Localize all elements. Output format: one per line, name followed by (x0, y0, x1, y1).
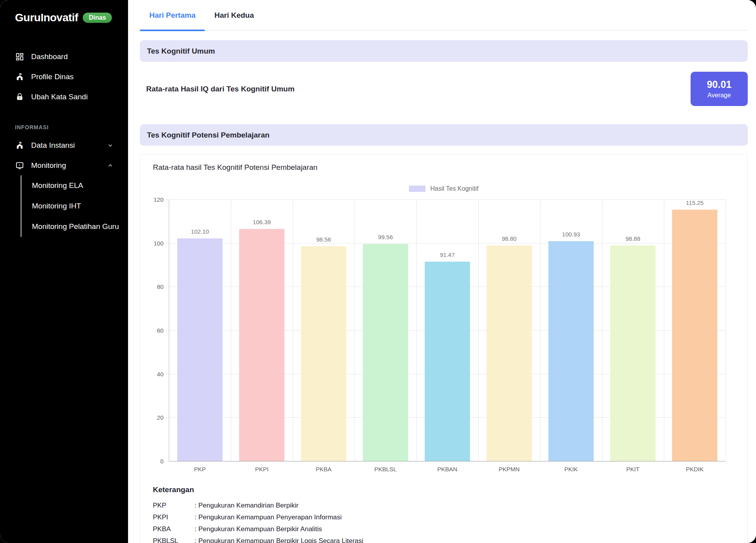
y-axis-label: 20 (157, 414, 163, 421)
chevron-up-icon (107, 162, 113, 169)
chevron-down-icon (107, 142, 113, 149)
sidebar-item-monitoring-ela[interactable]: Monitoring ELA (22, 175, 128, 196)
bar-pkpi[interactable] (239, 229, 284, 461)
sidebar: GuruInovatif Dinas Dashboard (0, 0, 128, 543)
keterangan-description: : Pengukuran Kemampuan Berpikir Logis Se… (195, 537, 363, 543)
school-building-icon (15, 72, 24, 82)
y-axis-tick (166, 330, 169, 331)
sidebar-item-profile-dinas[interactable]: Profile Dinas (0, 67, 128, 87)
gridline-vertical (293, 199, 293, 461)
banner-tes-kognitif-potensi: Tes Kognitif Potensi Pembelajaran (140, 124, 748, 146)
sidebar-item-label: Monitoring ELA (32, 181, 83, 190)
x-axis-label: PKP (194, 466, 206, 472)
x-axis-label: PKDIK (686, 466, 704, 472)
bar-value-label: 115.25 (686, 199, 704, 206)
average-score-value: 90.01 (707, 79, 732, 90)
gridline-vertical (355, 199, 355, 461)
y-axis-tick (166, 286, 169, 287)
y-axis-label: 120 (154, 196, 163, 203)
bar-pkit[interactable] (610, 245, 656, 461)
tab-hari-pertama[interactable]: Hari Pertama (140, 0, 205, 30)
bar-value-label: 102.10 (191, 228, 209, 235)
bar-value-label: 100.93 (562, 231, 580, 238)
monitor-icon (15, 161, 24, 170)
lock-icon (15, 92, 24, 102)
bar-value-label: 98.56 (316, 236, 331, 243)
gridline-vertical (169, 199, 169, 461)
x-axis-label: PKIK (564, 466, 578, 472)
gridline-vertical (478, 199, 479, 461)
keterangan-row: PKBA: Pengukuran Kemampuan Berpikir Anal… (153, 523, 732, 535)
x-axis-label: PKPMN (499, 466, 520, 472)
app-window: GuruInovatif Dinas Dashboard (0, 0, 756, 543)
keterangan-term: PKPI (153, 513, 195, 521)
sidebar-item-label: Ubah Kata Sandi (31, 93, 88, 101)
logo-row: GuruInovatif Dinas (0, 8, 128, 28)
x-axis-label: PKBAN (437, 466, 457, 472)
keterangan-list: PKP: Pengukuran Kemandirian BerpikirPKPI… (153, 500, 732, 543)
bar-pkban[interactable] (425, 262, 470, 461)
y-axis-tick (166, 461, 169, 461)
iq-average-row: Rata-rata Hasil IQ dari Tes Kognitif Umu… (140, 72, 748, 106)
bar-value-label: 98.80 (502, 235, 517, 242)
sidebar-nav: Dashboard Profile Dinas (0, 46, 128, 237)
gridline-vertical (416, 199, 417, 461)
keterangan-description: : Pengukuran Kemandirian Berpikir (195, 502, 299, 510)
sidebar-item-monitoring-iht[interactable]: Monitoring IHT (22, 196, 128, 216)
sidebar-item-monitoring[interactable]: Monitoring (0, 155, 128, 175)
sidebar-item-label: Profile Dinas (31, 73, 74, 81)
gridline-vertical (726, 199, 726, 461)
keterangan-term: PKBLSL (153, 537, 195, 543)
y-axis-label: 80 (157, 283, 163, 290)
dinas-badge: Dinas (83, 13, 112, 23)
average-score-card: 90.01 Average (691, 72, 748, 106)
bar-pkblsl[interactable] (363, 244, 408, 461)
bar-pkba[interactable] (301, 246, 346, 461)
y-axis-label: 40 (157, 370, 163, 377)
average-score-caption: Average (708, 92, 731, 99)
banner-tes-kognitif-umum: Tes Kognitif Umum (140, 40, 748, 62)
gridline-vertical (540, 199, 541, 461)
monitoring-submenu: Monitoring ELA Monitoring IHT Monitoring… (20, 175, 128, 237)
legend-swatch (409, 186, 425, 192)
sidebar-item-ubah-kata-sandi[interactable]: Ubah Kata Sandi (0, 87, 128, 107)
keterangan-section: Keterangan PKP: Pengukuran Kemandirian B… (153, 485, 732, 543)
dashboard-grid-icon (15, 52, 24, 61)
app-logo: GuruInovatif (15, 11, 78, 24)
bar-value-label: 99.56 (378, 234, 393, 240)
sidebar-item-label: Monitoring Pelatihan Guru (32, 222, 119, 231)
x-axis-label: PKPI (255, 466, 268, 472)
sidebar-item-label: Dashboard (31, 52, 68, 61)
gridline (169, 199, 726, 200)
sidebar-item-label: Data Instansi (31, 141, 75, 150)
x-axis-label: PKBA (316, 466, 331, 472)
sidebar-item-data-instansi[interactable]: Data Instansi (0, 135, 128, 155)
plot-area: 020406080100120102.10PKP106.39PKPI98.56P… (169, 199, 726, 461)
keterangan-description: : Pengukuran Kemampuan Penyerapan Inform… (195, 513, 342, 521)
bar-pkik[interactable] (548, 241, 594, 461)
bar-value-label: 91.47 (440, 251, 455, 258)
chart-card: Rata-rata hasil Tes Kognitif Potensi Pem… (140, 154, 748, 543)
sidebar-item-dashboard[interactable]: Dashboard (0, 46, 128, 67)
y-axis-label: 0 (160, 458, 163, 465)
keterangan-row: PKP: Pengukuran Kemandirian Berpikir (153, 500, 732, 511)
y-axis-tick (166, 243, 169, 244)
y-axis-label: 100 (154, 240, 163, 246)
bar-pkpmn[interactable] (487, 245, 532, 461)
keterangan-description: : Pengukuran Kemampuan Berpikir Analitis (195, 525, 322, 533)
y-axis-tick (166, 199, 169, 200)
x-axis-label: PKIT (626, 466, 639, 472)
keterangan-row: PKBLSL: Pengukuran Kemampuan Berpikir Lo… (153, 535, 732, 543)
bar-pkdik[interactable] (672, 210, 717, 461)
sidebar-section-informasi: INFORMASI (0, 119, 128, 135)
chart-legend: Hasil Tes Kognitif (140, 185, 747, 192)
bar-value-label: 98.88 (626, 235, 641, 242)
tabs-row: Hari Pertama Hari Kedua (140, 0, 748, 31)
bar-pkp[interactable] (177, 238, 223, 461)
sidebar-item-monitoring-pelatihan-guru[interactable]: Monitoring Pelatihan Guru (22, 216, 128, 237)
tab-hari-kedua[interactable]: Hari Kedua (205, 0, 263, 30)
keterangan-term: PKBA (153, 525, 195, 533)
chart-title: Rata-rata hasil Tes Kognitif Potensi Pem… (153, 163, 318, 172)
gridline-vertical (664, 199, 664, 461)
y-axis-tick (166, 374, 169, 374)
